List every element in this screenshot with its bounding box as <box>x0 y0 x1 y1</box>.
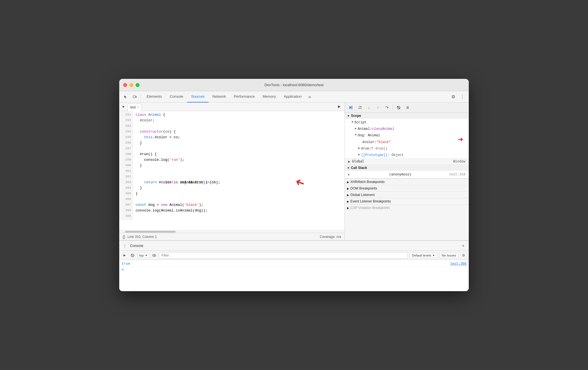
file-tab-test[interactable]: test × <box>128 104 142 111</box>
console-output-location[interactable]: test:308 <box>450 262 467 266</box>
console-run-icon[interactable] <box>121 252 128 258</box>
scope-dog-entry[interactable]: ▼ dog: Animal ➜ <box>345 132 469 139</box>
window-title: DevTools - localhost:8080/demo/test <box>264 83 324 87</box>
code-line-306 <box>136 197 344 202</box>
csp-violation-header[interactable]: ▶ CSP Violation Breakpoints <box>345 205 469 211</box>
maximize-button[interactable] <box>136 83 140 87</box>
scope-color-entry[interactable]: #color: "black" <box>345 139 469 146</box>
line-numbers: 291 292 293 294 295 296 297 298 299 300 … <box>119 111 133 220</box>
tab-list: Elements Console Sources Network Perform… <box>143 91 306 102</box>
settings-icon[interactable]: ⚙ <box>449 93 457 101</box>
debugger-content[interactable]: ▼ Scope ▼ Script ▶ Animal: class Animal <box>345 113 469 240</box>
code-line-301 <box>136 168 344 174</box>
tab-network[interactable]: Network <box>209 91 230 102</box>
tab-elements[interactable]: Elements <box>143 91 166 102</box>
tab-console[interactable]: Console <box>166 91 187 102</box>
console-settings-icon[interactable]: ⚙ <box>460 252 467 258</box>
console-levels-button[interactable]: Default levels ▼ <box>409 253 437 258</box>
code-line-294: constructor(co) { <box>136 129 344 135</box>
console-prompt[interactable]: > <box>119 266 469 272</box>
console-no-issues-button[interactable]: No Issues <box>439 253 459 258</box>
console-eye-icon[interactable] <box>151 252 157 258</box>
console-output: true test:308 > <box>119 260 469 291</box>
callstack-header[interactable]: ▼ Call Stack <box>345 165 469 171</box>
code-line-308: console.log(Animal.isAnimal(dog)); <box>136 208 344 213</box>
device-toggle-icon[interactable] <box>131 93 139 101</box>
scope-global-row[interactable]: ▶ Global Window <box>345 159 469 164</box>
file-tab-close[interactable]: × <box>137 106 139 109</box>
execute-script-button[interactable] <box>336 104 342 110</box>
scope-run-entry[interactable]: ▶ #run: f #run() <box>345 146 469 152</box>
code-scrollbar[interactable] <box>119 230 344 233</box>
main-toolbar: Elements Console Sources Network Perform… <box>119 91 469 102</box>
console-output-line-0: true test:308 <box>119 261 469 266</box>
tab-sources[interactable]: Sources <box>187 91 209 102</box>
global-listeners-section: ▶ Global Listeners <box>345 191 469 198</box>
tab-memory[interactable]: Memory <box>259 91 280 102</box>
event-listener-breakpoints-section: ▶ Event Listener Breakpoints <box>345 198 469 204</box>
pause-on-exceptions-button[interactable]: ⏸ <box>404 104 412 112</box>
step-into-button[interactable]: ↓ <box>365 104 373 112</box>
svg-line-11 <box>131 254 134 257</box>
more-options-icon[interactable]: ⋮ <box>458 93 467 101</box>
code-line-302: static isAnimal(obj) { <box>136 174 344 180</box>
console-close-button[interactable]: × <box>460 242 467 249</box>
resume-button[interactable] <box>347 104 355 112</box>
close-button[interactable] <box>123 83 127 87</box>
format-button[interactable]: {} <box>123 235 125 239</box>
svg-rect-5 <box>352 106 352 109</box>
cursor-icon[interactable] <box>121 93 130 101</box>
scope-prototype-entry[interactable]: ▶ [[Prototype]]: Object <box>345 152 469 159</box>
csp-violation-section: ▶ CSP Violation Breakpoints <box>345 204 469 211</box>
xhr-breakpoints-header[interactable]: ▶ XHR/fetch Breakpoints <box>345 179 469 185</box>
code-line-296: } <box>136 140 344 146</box>
svg-rect-1 <box>136 96 137 97</box>
more-tabs-button[interactable]: » <box>306 91 313 102</box>
console-block-icon[interactable] <box>129 252 136 258</box>
code-line-307: const dog = new Animal('black'); <box>136 202 344 208</box>
dom-breakpoints-header[interactable]: ▶ DOM Breakpoints <box>345 185 469 191</box>
svg-marker-4 <box>350 106 351 109</box>
svg-marker-9 <box>123 254 126 257</box>
minimize-button[interactable] <box>129 83 133 87</box>
file-tab-label: test <box>130 105 136 109</box>
code-line-291: class Animal { <box>136 112 344 118</box>
status-bar: {} Line 310, Column 1 Coverage: n/a <box>119 233 344 240</box>
dbg-divider-1 <box>393 105 393 110</box>
levels-chevron-icon: ▼ <box>432 254 435 257</box>
scope-body: ▼ Script ▶ Animal: class Animal ▼ dog: A… <box>345 119 469 164</box>
step-over-button[interactable] <box>356 104 364 112</box>
console-title: Console <box>130 244 143 248</box>
code-lines: class Animal { #color; constructor(co) {… <box>133 111 344 220</box>
code-line-303: return #color in obj && #run in obj; <box>136 180 344 185</box>
svg-marker-3 <box>338 105 341 108</box>
console-filter-input[interactable] <box>159 252 408 258</box>
svg-marker-2 <box>123 106 125 108</box>
tab-performance[interactable]: Performance <box>230 91 258 102</box>
deactivate-breakpoints-button[interactable] <box>395 104 403 112</box>
svg-point-12 <box>152 254 156 257</box>
scope-script-header[interactable]: ▼ Script <box>345 119 469 126</box>
devtools-window: DevTools - localhost:8080/demo/test Elem… <box>119 79 469 291</box>
step-out-button[interactable]: ↑ <box>374 104 382 112</box>
console-context-selector[interactable]: top ▼ <box>137 253 149 258</box>
tab-application[interactable]: Application <box>280 91 306 102</box>
event-listener-breakpoints-header[interactable]: ▶ Event Listener Breakpoints <box>345 198 469 204</box>
tab-bar-right <box>336 104 342 110</box>
global-listeners-header[interactable]: ▶ Global Listeners <box>345 192 469 198</box>
console-menu-button[interactable]: ⋮ <box>121 242 128 249</box>
step-button[interactable]: ↷ <box>383 104 391 112</box>
scope-header[interactable]: ▼ Scope <box>345 113 469 119</box>
window-controls <box>123 83 140 87</box>
titlebar: DevTools - localhost:8080/demo/test <box>119 79 469 91</box>
code-line-295: this.#color = co; <box>136 135 344 140</box>
callstack-frame-0[interactable]: ▶ (anonymous) test:310 <box>345 171 469 178</box>
svg-rect-0 <box>133 96 136 98</box>
code-line-299: console.log('run'); <box>136 157 344 163</box>
dom-breakpoints-section: ▶ DOM Breakpoints <box>345 185 469 191</box>
divider-1 <box>141 94 141 100</box>
scope-animal-entry[interactable]: ▶ Animal: class Animal <box>345 126 469 132</box>
console-filter-bar: top ▼ Default levels ▼ No Issues ⚙ <box>119 251 469 260</box>
run-snippet-button[interactable] <box>120 104 127 110</box>
code-editor-area[interactable]: 291 292 293 294 295 296 297 298 299 300 … <box>119 111 344 220</box>
